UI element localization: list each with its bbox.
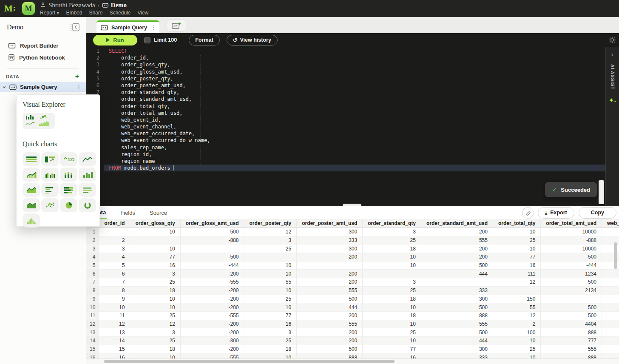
add-data-button[interactable]: + (75, 74, 79, 79)
table-cell: 25 (493, 345, 540, 353)
quick-chart-line-button[interactable] (79, 152, 96, 166)
column-header-order_total_amt_usd[interactable]: order_total_amt_usd (541, 219, 602, 228)
menu-item-report[interactable]: Report ▾ (40, 10, 59, 16)
tab-sample-query[interactable]: Sample Query ⋮ (97, 20, 159, 33)
code-line[interactable]: region_name (104, 158, 605, 165)
table-cell: 888 (541, 328, 602, 337)
mode-logo[interactable]: M (4, 3, 19, 14)
sidebar-item-label: Python Notebook (19, 54, 65, 61)
checkbox-icon[interactable] (144, 37, 150, 43)
view-history-button[interactable]: ↺ View history (227, 35, 278, 46)
table-horizontal-scrollbar[interactable] (86, 358, 619, 364)
table-row: 663-200102004441111234 (86, 270, 619, 278)
limit-100-checkbox[interactable]: Limit 100 (144, 37, 177, 43)
breadcrumb-user[interactable]: Shruthi Bezawada (48, 2, 95, 9)
quick-chart-table-button[interactable] (23, 152, 40, 166)
sql-code-lines[interactable]: SELECT order_id, order_gloss_qty, order_… (104, 48, 605, 171)
code-line[interactable]: order_total_amt_usd, (104, 110, 605, 117)
menu-item-schedule[interactable]: Schedule (109, 10, 131, 16)
menu-item-share[interactable]: Share (89, 10, 102, 16)
code-line[interactable]: web_event_channel, (104, 123, 605, 130)
format-button[interactable]: Format (189, 35, 219, 46)
sidebar-item-python-notebook[interactable]: Python Notebook (0, 51, 86, 63)
breadcrumb-report[interactable]: Demo (111, 2, 127, 9)
sql-keyword: SELECT (109, 48, 127, 54)
code-line[interactable]: order_gloss_qty, (104, 61, 605, 68)
ai-assist-expand-icon[interactable]: ‹ (611, 51, 613, 57)
run-button[interactable]: Run (93, 35, 137, 46)
column-header-order_poster_amt_usd[interactable]: order_poster_amt_usd (297, 219, 363, 228)
gear-icon[interactable] (608, 36, 616, 44)
column-header-order_standard_amt_usd[interactable]: order_standard_amt_usd (421, 219, 493, 228)
quick-chart-grouped-bar-button[interactable] (41, 183, 59, 197)
quick-chart-stacked-bar-button[interactable] (60, 183, 77, 197)
quick-chart-scatter-button[interactable] (41, 198, 59, 212)
ai-assist-label[interactable]: AI ASSIST (610, 64, 615, 90)
code-line[interactable]: FROM mode.bad_orders (104, 165, 605, 171)
code-line[interactable]: SELECT (104, 48, 605, 54)
menu-item-view[interactable]: View (137, 10, 148, 16)
quick-chart-pie-button[interactable] (60, 198, 77, 212)
column-header-order_poster_qty[interactable]: order_poster_qty (244, 219, 297, 228)
code-line[interactable]: order_total_qty, (104, 103, 605, 110)
workspace-avatar[interactable]: M (22, 2, 35, 15)
copy-button[interactable]: Copy (579, 207, 616, 219)
quick-chart-filled-area-button[interactable] (23, 198, 40, 212)
code-line[interactable]: web_event_occurred_do_w_name, (104, 137, 605, 144)
column-header-order_total_qty[interactable]: order_total_qty (493, 219, 540, 228)
quick-chart-stacked-column-button[interactable] (60, 168, 77, 182)
export-button[interactable]: ⤓ Export (538, 207, 574, 219)
row-number-cell: 14 (86, 336, 99, 345)
code-line[interactable]: sales_rep_name, (104, 144, 605, 151)
results-tab-source[interactable]: Source (149, 207, 168, 218)
new-query-tab-button[interactable] (167, 20, 186, 31)
quick-chart-donut-button[interactable] (79, 198, 96, 212)
results-tab-fields[interactable]: Fields (119, 207, 136, 218)
code-line[interactable]: order_standard_amt_usd, (104, 96, 605, 102)
code-line[interactable]: order_gloss_amt_usd, (104, 68, 605, 75)
sql-code-editor[interactable]: 123456789101112131415161718 SELECT order… (86, 47, 605, 206)
column-header-order_id[interactable]: order_id (99, 219, 130, 228)
quick-chart-bar-line-button[interactable] (23, 168, 40, 182)
quick-chart-grouped-column-button[interactable] (41, 168, 59, 182)
table-cell: 10 (493, 228, 540, 236)
code-line[interactable]: order_poster_qty, (104, 75, 605, 82)
quick-chart-histogram-button[interactable] (23, 213, 40, 228)
link-button[interactable] (522, 207, 534, 219)
line-number: 1 (86, 48, 99, 54)
sidebar-item-sample-query[interactable]: Sample Query ⋮ (0, 82, 86, 92)
quick-chart-bar-button[interactable] (79, 183, 96, 197)
query-kebab-icon[interactable]: ⋮ (76, 84, 82, 90)
table-cell: 15 (99, 345, 130, 353)
table-cell: 3 (363, 278, 421, 287)
quick-chart-area-button[interactable] (23, 183, 40, 197)
table-cell (363, 270, 421, 278)
collapse-sidebar-icon[interactable] (70, 23, 80, 31)
column-header-order_gloss_amt_usd[interactable]: order_gloss_amt_usd (180, 219, 244, 228)
table-cell: 200 (421, 253, 493, 262)
code-line[interactable]: web_event_id, (104, 117, 605, 123)
sidebar-item-report-builder[interactable]: Report Builder (0, 40, 86, 51)
quick-chart-big-number-button[interactable]: 123 (60, 152, 77, 166)
column-header-web_ev[interactable]: web_ev (602, 219, 619, 228)
visual-explorer-button[interactable] (23, 113, 55, 129)
menu-item-embed[interactable]: Embed (66, 10, 82, 16)
code-line[interactable]: region_id, (104, 151, 605, 158)
code-line[interactable]: web_event_occurred_date, (104, 130, 605, 137)
breadcrumb-block: Shruthi Bezawada › Demo Report ▾EmbedSha… (40, 2, 148, 16)
ai-sparkle-icon[interactable]: ✦˖ (609, 97, 616, 104)
column-header-order_standard_qty[interactable]: order_standard_qty (363, 219, 421, 228)
histogram-icon (26, 217, 37, 225)
tab-kebab-icon[interactable]: ⋮ (150, 24, 156, 31)
chevron-down-icon[interactable] (2, 85, 7, 90)
scrollbar-thumb[interactable] (104, 360, 395, 363)
quick-chart-column-button[interactable] (79, 168, 96, 182)
code-line[interactable]: order_poster_amt_usd, (104, 82, 605, 89)
quick-chart-pivot-button[interactable] (41, 152, 59, 166)
editor-scrollbar[interactable] (599, 180, 604, 204)
code-line[interactable]: order_standard_qty, (104, 89, 605, 96)
code-line[interactable]: order_id, (104, 54, 605, 61)
panel-resize-handle[interactable] (343, 204, 361, 206)
column-header-order_gloss_qty[interactable]: order_gloss_qty (130, 219, 180, 228)
table-vertical-scrollbar[interactable] (614, 242, 617, 269)
